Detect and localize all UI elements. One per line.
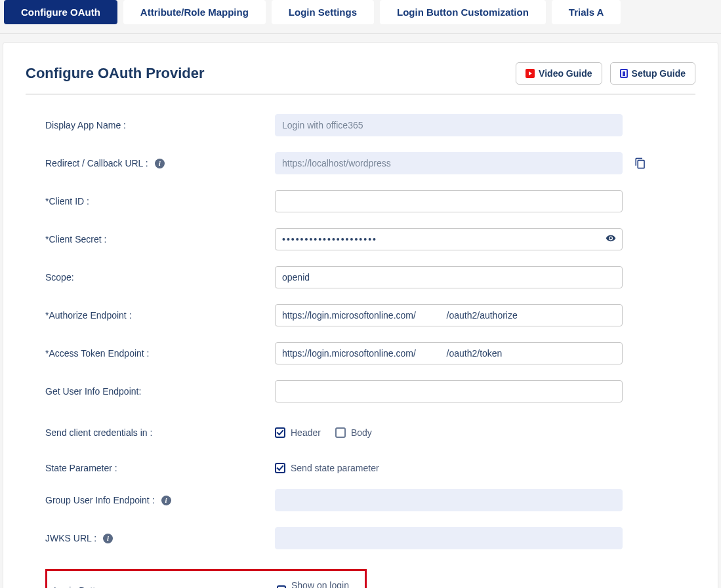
jwks-url-input[interactable] — [275, 527, 623, 549]
tab-login-button-customization[interactable]: Login Button Customization — [380, 0, 546, 24]
video-guide-label: Video Guide — [539, 68, 592, 79]
tab-login-settings[interactable]: Login Settings — [272, 0, 374, 24]
group-userinfo-endpoint-input[interactable] — [275, 489, 623, 511]
copy-icon[interactable] — [634, 157, 646, 169]
info-icon[interactable]: i — [161, 496, 171, 505]
checkbox-show-login-page[interactable] — [277, 585, 286, 588]
access-token-endpoint-input[interactable] — [275, 342, 623, 364]
tab-trials[interactable]: Trials A — [552, 0, 621, 24]
redirect-url-input[interactable] — [275, 152, 623, 174]
client-id-input[interactable] — [275, 190, 623, 212]
credentials-header-option[interactable]: Header — [275, 427, 321, 438]
label-authorize-endpoint: *Authorize Endpoint : — [45, 310, 275, 321]
label-group-userinfo-endpoint: Group User Info Endpoint : — [45, 495, 155, 505]
info-icon[interactable]: i — [155, 159, 165, 168]
checkbox-state-parameter[interactable] — [275, 463, 285, 473]
document-icon — [620, 69, 628, 78]
state-parameter-option[interactable]: Send state parameter — [275, 463, 379, 473]
userinfo-endpoint-input[interactable] — [275, 380, 623, 402]
body-option-label: Body — [351, 427, 372, 438]
label-login-button: Login Button: — [54, 585, 277, 588]
label-state-parameter: State Parameter : — [45, 463, 275, 473]
label-send-credentials: Send client credentials in : — [45, 427, 275, 438]
label-jwks-url: JWKS URL : — [45, 533, 96, 543]
login-button-highlight: Login Button: Show on login page — [45, 569, 367, 588]
setup-guide-button[interactable]: Setup Guide — [610, 62, 695, 85]
info-icon[interactable]: i — [103, 534, 113, 543]
checkbox-header[interactable] — [275, 427, 285, 438]
checkbox-body[interactable] — [335, 427, 346, 438]
scope-input[interactable] — [275, 266, 623, 288]
show-login-page-option[interactable]: Show on login page — [277, 580, 358, 588]
header-option-label: Header — [291, 427, 321, 438]
video-guide-button[interactable]: Video Guide — [516, 62, 602, 85]
eye-icon[interactable] — [606, 233, 616, 246]
youtube-icon — [525, 69, 535, 78]
label-display-app-name: Display App Name : — [45, 120, 275, 130]
authorize-endpoint-input[interactable] — [275, 304, 623, 326]
tab-attribute-role-mapping[interactable]: Attribute/Role Mapping — [123, 0, 266, 24]
label-redirect-url: Redirect / Callback URL : — [45, 158, 148, 168]
page-title: Configure OAuth Provider — [26, 65, 205, 82]
client-secret-input[interactable] — [275, 228, 623, 250]
state-parameter-label: Send state parameter — [291, 463, 379, 473]
label-client-id: *Client ID : — [45, 196, 275, 206]
credentials-body-option[interactable]: Body — [335, 427, 372, 438]
oauth-config-page: Configure OAuth Provider Video Guide Set… — [3, 42, 718, 588]
label-userinfo-endpoint: Get User Info Endpoint: — [45, 386, 275, 397]
display-app-name-input[interactable] — [275, 114, 623, 136]
setup-guide-label: Setup Guide — [632, 68, 686, 79]
label-access-token-endpoint: *Access Token Endpoint : — [45, 348, 275, 359]
tabs-bar: Configure OAuth Attribute/Role Mapping L… — [0, 0, 721, 34]
show-login-page-label: Show on login page — [291, 580, 358, 588]
label-client-secret: *Client Secret : — [45, 234, 275, 245]
tab-configure-oauth[interactable]: Configure OAuth — [4, 0, 117, 24]
label-scope: Scope: — [45, 272, 275, 283]
